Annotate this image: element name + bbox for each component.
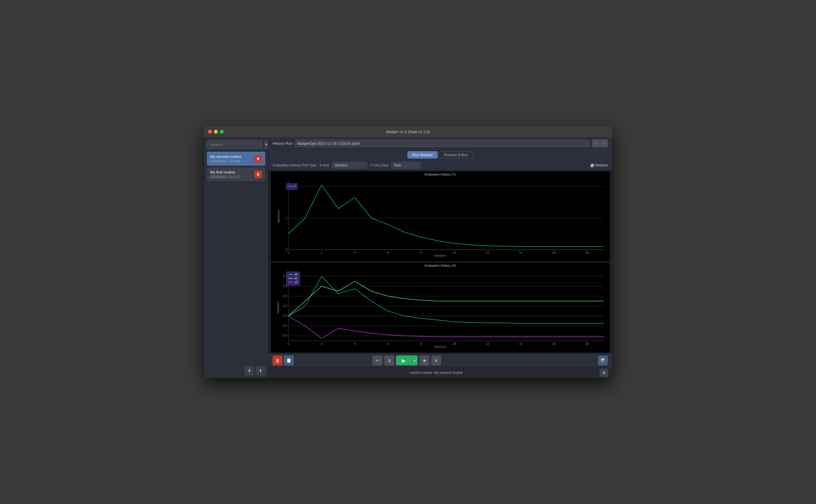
relative-label: Relative: [595, 163, 608, 167]
copy-button[interactable]: 📋: [284, 355, 294, 365]
search-row: +: [207, 140, 265, 149]
close-button[interactable]: [208, 130, 212, 134]
legend-item-x2: x2: [288, 280, 298, 284]
prev-button[interactable]: ‹: [592, 139, 600, 147]
pause-button[interactable]: ⏸: [384, 355, 394, 365]
plot-type-label: Evaluation History Plot Type: [273, 163, 317, 167]
add-routine-button[interactable]: +: [264, 140, 268, 149]
toolbar-row: 🗑 📋 ↩ ⏸ ▶ ▾ ★ ↡ 📦: [268, 354, 612, 367]
x-chart-legend: x0 x1 x2: [286, 271, 300, 286]
legend-label-x2: x2: [295, 280, 298, 284]
legend-label-f: f: [295, 185, 295, 188]
main-window: Badger v1.0 (Xopt v2.1.0) + My second ro…: [204, 126, 612, 378]
history-run-row: History Run BadgerOpt-2023-12-18-121624.…: [268, 137, 612, 149]
charts-area: Evaluation History (Y) objectives iterat…: [268, 170, 612, 354]
delete-routine-button[interactable]: 🗑: [254, 155, 262, 163]
run-button-group: ↩ ⏸ ▶ ▾ ★ ↡: [373, 355, 441, 365]
routine-item[interactable]: My second routine 12/18/2023, 12:14:58 🗑: [207, 152, 265, 166]
tab-routine-editor[interactable]: Routine Editor: [439, 151, 473, 159]
jump-button[interactable]: ↡: [431, 355, 441, 365]
y-chart-canvas: [271, 171, 610, 261]
search-input[interactable]: [207, 140, 263, 149]
window-title: Badger v1.0 (Xopt v2.1.0): [386, 130, 430, 134]
x-chart-y-label: variables: [276, 302, 280, 313]
x-axis-select[interactable]: Iteration: [332, 162, 367, 168]
export-button[interactable]: ⬆: [256, 366, 265, 375]
run-button[interactable]: ▶: [396, 355, 411, 365]
nav-buttons: ‹ ›: [592, 139, 608, 147]
tab-run-monitor[interactable]: Run Monitor: [407, 151, 438, 159]
legend-line-x1: [288, 278, 293, 279]
history-run-select[interactable]: BadgerOpt-2023-12-18-121624.yaml: [295, 140, 590, 147]
relative-checkbox[interactable]: [590, 164, 594, 167]
delete-button[interactable]: 🗑: [273, 355, 283, 365]
sidebar-footer: ⬇ ⬆: [207, 363, 265, 375]
y-chart: Evaluation History (Y) objectives iterat…: [271, 171, 610, 261]
x-chart-x-label: iterations: [271, 345, 610, 348]
legend-line-x0: [288, 274, 293, 275]
tabs-row: Run Monitor Routine Editor: [268, 149, 612, 160]
legend-line-f: [288, 186, 293, 187]
main-content: + My second routine 12/18/2023, 12:14:58…: [204, 137, 612, 378]
legend-item-f: f: [288, 185, 295, 188]
x-chart-canvas: [271, 263, 610, 353]
routine-name: My second routine: [210, 154, 254, 159]
minimize-button[interactable]: [214, 130, 218, 134]
y-chart-y-label: objectives: [277, 210, 280, 223]
titlebar: Badger v1.0 (Xopt v2.1.0): [204, 126, 612, 137]
routine-info: My first routine 12/18/2023, 12:12:27: [210, 170, 254, 178]
right-panel: History Run BadgerOpt-2023-12-18-121624.…: [268, 137, 612, 378]
status-bar: current routine: My second routine ⚙: [268, 367, 612, 378]
legend-item-x1: x1: [288, 277, 298, 280]
routine-info: My second routine 12/18/2023, 12:14:58: [210, 154, 254, 163]
y-axis-label: Y Axis (Var): [370, 163, 388, 167]
legend-label-x1: x1: [295, 277, 298, 280]
x-chart: Evaluation History (X) variables iterati…: [271, 263, 610, 353]
run-dropdown-button[interactable]: ▾: [411, 355, 418, 365]
relative-checkbox-group: Relative: [590, 163, 608, 167]
box-button[interactable]: 📦: [598, 355, 608, 365]
settings-button[interactable]: ⚙: [600, 369, 608, 377]
undo-button[interactable]: ↩: [373, 355, 383, 365]
routine-item[interactable]: My first routine 12/18/2023, 12:12:27 🗑: [207, 167, 265, 181]
traffic-lights: [208, 130, 224, 134]
import-button[interactable]: ⬇: [245, 366, 254, 375]
legend-label-x0: x0: [295, 273, 298, 276]
history-run-label: History Run: [273, 141, 293, 146]
y-chart-x-label: iterations: [271, 254, 610, 257]
favorite-button[interactable]: ★: [419, 355, 429, 365]
y-chart-legend: f: [286, 183, 298, 190]
routine-date: 12/18/2023, 12:14:58: [210, 159, 254, 163]
y-axis-select[interactable]: Raw: [391, 162, 421, 168]
legend-item-x0: x0: [288, 273, 298, 276]
routine-date: 12/18/2023, 12:12:27: [210, 175, 254, 178]
x-axis-label: X Axis: [319, 163, 329, 167]
status-text: current routine: My second routine: [273, 371, 600, 375]
routine-name: My first routine: [210, 170, 254, 174]
delete-routine-button[interactable]: 🗑: [254, 171, 262, 178]
controls-row: Evaluation History Plot Type X Axis Iter…: [268, 160, 612, 170]
y-chart-title: Evaluation History (Y): [271, 171, 610, 176]
sidebar: + My second routine 12/18/2023, 12:14:58…: [204, 137, 268, 378]
next-button[interactable]: ›: [600, 139, 608, 147]
legend-line-x2: [288, 282, 293, 282]
x-chart-title: Evaluation History (X): [271, 263, 610, 267]
maximize-button[interactable]: [220, 130, 224, 134]
